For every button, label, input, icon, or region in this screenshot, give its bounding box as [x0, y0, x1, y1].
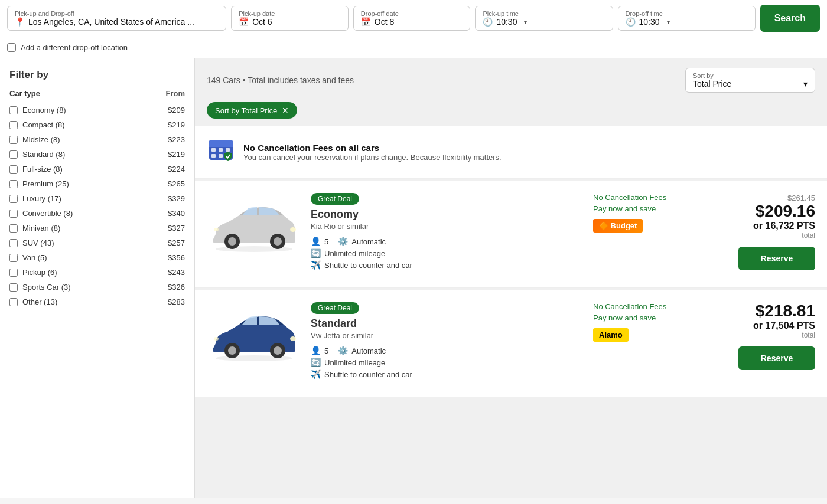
filter-row: Midsize (8) $223: [9, 132, 185, 147]
filter-checkbox[interactable]: [9, 150, 18, 159]
filter-section-header: Car type From: [9, 89, 185, 98]
car-model: Vw Jetta or similar: [311, 331, 584, 340]
transmission-value: Automatic: [351, 237, 386, 246]
price-main: $218.81: [753, 302, 815, 320]
car-cards: Great Deal Economy Kia Rio or similar 👤 …: [195, 181, 827, 397]
filter-checkbox[interactable]: [9, 283, 18, 292]
reserve-button[interactable]: Reserve: [738, 346, 815, 370]
filter-checkbox[interactable]: [9, 136, 18, 144]
shuttle-value: Shuttle to counter and car: [324, 261, 412, 270]
price-pts: or 17,504 PTS: [753, 320, 815, 331]
calendar2-icon: 📅: [361, 17, 371, 27]
car-price: $218.81 or 17,504 PTS total Reserve: [721, 302, 815, 370]
clock-icon: 🕙: [483, 17, 493, 27]
filter-type-label: Convertible (8): [22, 209, 163, 218]
svg-point-19: [274, 346, 282, 355]
price-block: $261.45 $209.16 or 16,732 PTS total: [753, 193, 815, 247]
filter-type-price: $243: [168, 268, 185, 277]
filter-row: SUV (43) $257: [9, 235, 185, 250]
filter-type-label: Standard (8): [22, 150, 163, 159]
transmission-value: Automatic: [351, 346, 386, 355]
pickup-time-field[interactable]: Pick-up time 🕙 10:30 ▾: [475, 6, 613, 31]
vendor-logo: Alamo: [593, 328, 711, 342]
main-container: Filter by Car type From Economy (8) $209…: [0, 58, 827, 498]
filter-checkbox[interactable]: [9, 210, 18, 218]
filter-type-price: $356: [168, 253, 185, 262]
passengers-count: 5: [324, 237, 328, 246]
car-name: Standard: [311, 318, 584, 330]
filter-type-label: Pickup (6): [22, 268, 163, 277]
remove-filter-icon[interactable]: ✕: [282, 106, 289, 115]
location-field[interactable]: Pick-up and Drop-off 📍 Los Angeles, CA, …: [7, 6, 226, 31]
pickup-date-value: 📅 Oct 6: [239, 17, 341, 27]
calendar-icon: 📅: [239, 17, 249, 27]
filter-row: Van (5) $356: [9, 250, 185, 265]
add-dropoff-label[interactable]: Add a different drop-off location: [21, 43, 128, 52]
chevron-down2-icon: ▾: [667, 19, 670, 25]
car-feature-passengers: 👤 5 ⚙️ Automatic: [311, 346, 584, 355]
car-card: Great Deal Economy Kia Rio or similar 👤 …: [195, 181, 827, 288]
filter-checkbox[interactable]: [9, 165, 18, 174]
location-pin-icon: 📍: [15, 17, 25, 27]
dropoff-time-value: 🕙 10:30 ▾: [626, 17, 748, 27]
results-area: 149 Cars • Total includes taxes and fees…: [195, 58, 827, 498]
car-features: 👤 5 ⚙️ Automatic 🔄 Unlimited mileage ✈️ …: [311, 237, 584, 270]
reserve-button[interactable]: Reserve: [738, 247, 815, 270]
filter-checkbox[interactable]: [9, 269, 18, 277]
dropoff-date-field[interactable]: Drop-off date 📅 Oct 8: [353, 6, 471, 31]
price-original: $261.45: [787, 194, 815, 202]
filter-type-price: $265: [168, 179, 185, 188]
svg-point-14: [214, 228, 219, 231]
car-name: Economy: [311, 208, 584, 221]
chevron-down-icon: ▾: [524, 19, 527, 25]
car-card: Great Deal Standard Vw Jetta or similar …: [195, 290, 827, 397]
svg-point-13: [290, 227, 296, 232]
deal-badge: Great Deal: [311, 302, 359, 314]
filter-checkbox[interactable]: [9, 106, 18, 114]
search-button[interactable]: Search: [760, 5, 820, 32]
car-feature-passengers: 👤 5 ⚙️ Automatic: [311, 237, 584, 246]
banner-text: No Cancellation Fees on all cars You can…: [243, 143, 502, 162]
car-feature-shuttle: ✈️ Shuttle to counter and car: [311, 369, 584, 379]
shuttle-icon: ✈️: [311, 260, 321, 270]
deal-badge: Great Deal: [311, 193, 359, 205]
shuttle-value: Shuttle to counter and car: [324, 370, 412, 379]
filter-type-label: Minivan (8): [22, 224, 163, 233]
price-total: total: [753, 231, 815, 240]
dropoff-date-value: 📅 Oct 8: [361, 17, 463, 27]
filter-list: Economy (8) $209 Compact (8) $219 Midsiz…: [9, 103, 185, 309]
car-price: $261.45 $209.16 or 16,732 PTS total Rese…: [721, 193, 815, 270]
pickup-date-field[interactable]: Pick-up date 📅 Oct 6: [231, 6, 349, 31]
dropoff-time-field[interactable]: Drop-off time 🕙 10:30 ▾: [618, 6, 756, 31]
filter-checkbox[interactable]: [9, 298, 18, 306]
filter-checkbox[interactable]: [9, 180, 18, 188]
car-model: Kia Rio or similar: [311, 222, 584, 231]
pay-save-text: Pay now and save: [593, 313, 711, 322]
active-filter-tag[interactable]: Sort by Total Price ✕: [207, 102, 297, 119]
transmission-icon: ⚙️: [338, 346, 348, 355]
add-dropoff-checkbox[interactable]: [7, 43, 16, 52]
filter-checkbox[interactable]: [9, 195, 18, 203]
search-bar: Pick-up and Drop-off 📍 Los Angeles, CA, …: [0, 0, 827, 37]
filter-row: Luxury (17) $329: [9, 191, 185, 206]
location-value: 📍 Los Angeles, CA, United States of Amer…: [15, 17, 219, 27]
passengers-icon: 👤: [311, 237, 321, 246]
svg-point-21: [214, 337, 219, 341]
filter-row: Full-size (8) $224: [9, 162, 185, 176]
filter-row: Sports Car (3) $326: [9, 280, 185, 294]
filter-row: Convertible (8) $340: [9, 206, 185, 221]
car-image: [207, 193, 301, 258]
filter-checkbox[interactable]: [9, 224, 18, 233]
pickup-date-label: Pick-up date: [239, 10, 341, 17]
pay-save-text: Pay now and save: [593, 204, 711, 213]
transmission-icon: ⚙️: [338, 237, 348, 246]
filter-checkbox[interactable]: [9, 254, 18, 262]
vendor-logo-alamo: Alamo: [593, 328, 629, 342]
sort-dropdown[interactable]: Sort by Total Price ▾: [685, 68, 815, 93]
filter-type-price: $326: [168, 283, 185, 292]
filter-type-label: SUV (43): [22, 238, 163, 247]
filter-row: Premium (25) $265: [9, 176, 185, 191]
filter-checkbox[interactable]: [9, 121, 18, 129]
filter-checkbox[interactable]: [9, 239, 18, 247]
car-benefits: No Cancellation Fees Pay now and save Al…: [593, 302, 711, 342]
